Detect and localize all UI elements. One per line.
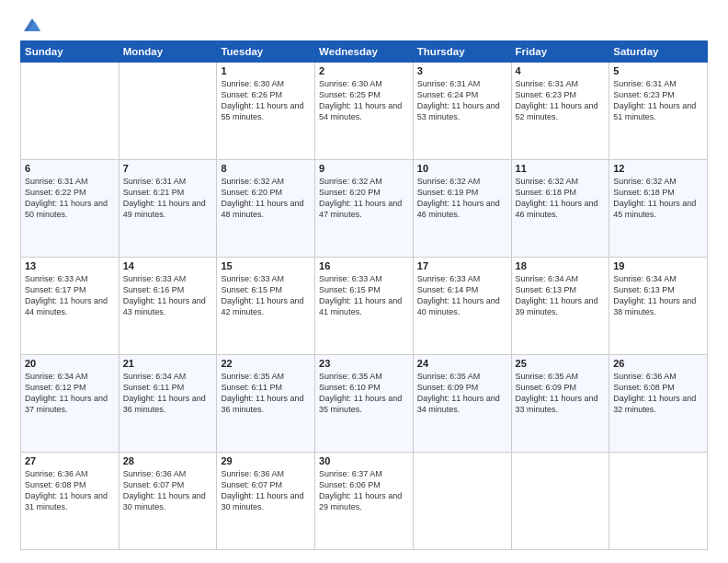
day-number: 4 xyxy=(516,65,606,76)
calendar-cell: 26Sunrise: 6:36 AMSunset: 6:08 PMDayligh… xyxy=(609,355,708,453)
calendar-cell: 11Sunrise: 6:32 AMSunset: 6:18 PMDayligh… xyxy=(511,160,609,258)
day-info: Sunrise: 6:31 AMSunset: 6:23 PMDaylight:… xyxy=(516,78,606,123)
calendar-day-header: Friday xyxy=(511,41,609,63)
day-info: Sunrise: 6:34 AMSunset: 6:12 PMDaylight:… xyxy=(25,371,115,416)
calendar-cell: 5Sunrise: 6:31 AMSunset: 6:23 PMDaylight… xyxy=(609,63,708,160)
day-number: 9 xyxy=(319,163,409,174)
calendar-cell: 3Sunrise: 6:31 AMSunset: 6:24 PMDaylight… xyxy=(413,63,511,160)
calendar-cell: 12Sunrise: 6:32 AMSunset: 6:18 PMDayligh… xyxy=(609,160,708,258)
day-info: Sunrise: 6:33 AMSunset: 6:14 PMDaylight:… xyxy=(417,273,507,318)
calendar-cell: 15Sunrise: 6:33 AMSunset: 6:15 PMDayligh… xyxy=(217,258,315,355)
calendar-cell: 24Sunrise: 6:35 AMSunset: 6:09 PMDayligh… xyxy=(413,355,511,453)
calendar-week-row: 20Sunrise: 6:34 AMSunset: 6:12 PMDayligh… xyxy=(21,355,708,453)
header xyxy=(20,17,708,33)
day-info: Sunrise: 6:33 AMSunset: 6:16 PMDaylight:… xyxy=(123,273,213,318)
day-number: 21 xyxy=(123,358,213,369)
day-number: 23 xyxy=(319,358,409,369)
calendar-cell: 17Sunrise: 6:33 AMSunset: 6:14 PMDayligh… xyxy=(413,258,511,355)
calendar-cell: 19Sunrise: 6:34 AMSunset: 6:13 PMDayligh… xyxy=(609,258,708,355)
calendar-cell: 29Sunrise: 6:36 AMSunset: 6:07 PMDayligh… xyxy=(217,453,315,550)
day-info: Sunrise: 6:35 AMSunset: 6:09 PMDaylight:… xyxy=(417,371,507,416)
day-number: 26 xyxy=(613,358,703,369)
calendar-cell: 23Sunrise: 6:35 AMSunset: 6:10 PMDayligh… xyxy=(315,355,414,453)
day-info: Sunrise: 6:32 AMSunset: 6:20 PMDaylight:… xyxy=(319,176,409,221)
day-number: 7 xyxy=(123,163,213,174)
calendar-week-row: 27Sunrise: 6:36 AMSunset: 6:08 PMDayligh… xyxy=(21,453,708,550)
calendar-cell: 16Sunrise: 6:33 AMSunset: 6:15 PMDayligh… xyxy=(315,258,414,355)
day-info: Sunrise: 6:32 AMSunset: 6:19 PMDaylight:… xyxy=(417,176,507,221)
calendar-cell: 30Sunrise: 6:37 AMSunset: 6:06 PMDayligh… xyxy=(315,453,414,550)
day-number: 28 xyxy=(123,455,213,466)
calendar-cell: 14Sunrise: 6:33 AMSunset: 6:16 PMDayligh… xyxy=(119,258,217,355)
day-number: 27 xyxy=(25,455,115,466)
day-number: 15 xyxy=(221,260,311,271)
calendar-cell: 18Sunrise: 6:34 AMSunset: 6:13 PMDayligh… xyxy=(511,258,609,355)
day-info: Sunrise: 6:30 AMSunset: 6:25 PMDaylight:… xyxy=(319,78,409,123)
day-info: Sunrise: 6:30 AMSunset: 6:26 PMDaylight:… xyxy=(221,78,311,123)
calendar-day-header: Thursday xyxy=(413,41,511,63)
day-number: 8 xyxy=(221,163,311,174)
calendar-cell xyxy=(413,453,511,550)
calendar-cell: 4Sunrise: 6:31 AMSunset: 6:23 PMDaylight… xyxy=(511,63,609,160)
day-number: 10 xyxy=(417,163,507,174)
day-number: 20 xyxy=(25,358,115,369)
day-info: Sunrise: 6:34 AMSunset: 6:13 PMDaylight:… xyxy=(516,273,606,318)
day-info: Sunrise: 6:31 AMSunset: 6:22 PMDaylight:… xyxy=(25,176,115,221)
day-info: Sunrise: 6:31 AMSunset: 6:24 PMDaylight:… xyxy=(417,78,507,123)
day-info: Sunrise: 6:36 AMSunset: 6:07 PMDaylight:… xyxy=(123,468,213,513)
day-info: Sunrise: 6:34 AMSunset: 6:11 PMDaylight:… xyxy=(123,371,213,416)
day-info: Sunrise: 6:36 AMSunset: 6:08 PMDaylight:… xyxy=(613,371,703,416)
day-number: 25 xyxy=(516,358,606,369)
calendar-cell: 28Sunrise: 6:36 AMSunset: 6:07 PMDayligh… xyxy=(119,453,217,550)
day-number: 13 xyxy=(25,260,115,271)
day-info: Sunrise: 6:33 AMSunset: 6:15 PMDaylight:… xyxy=(319,273,409,318)
calendar-cell xyxy=(609,453,708,550)
calendar-cell: 27Sunrise: 6:36 AMSunset: 6:08 PMDayligh… xyxy=(21,453,119,550)
calendar-header-row: SundayMondayTuesdayWednesdayThursdayFrid… xyxy=(21,41,708,63)
day-number: 30 xyxy=(319,455,409,466)
day-info: Sunrise: 6:33 AMSunset: 6:15 PMDaylight:… xyxy=(221,273,311,318)
calendar-cell: 10Sunrise: 6:32 AMSunset: 6:19 PMDayligh… xyxy=(413,160,511,258)
day-number: 18 xyxy=(516,260,606,271)
day-info: Sunrise: 6:34 AMSunset: 6:13 PMDaylight:… xyxy=(613,273,703,318)
day-info: Sunrise: 6:32 AMSunset: 6:20 PMDaylight:… xyxy=(221,176,311,221)
day-number: 17 xyxy=(417,260,507,271)
day-info: Sunrise: 6:32 AMSunset: 6:18 PMDaylight:… xyxy=(613,176,703,221)
calendar-day-header: Wednesday xyxy=(315,41,414,63)
calendar-week-row: 6Sunrise: 6:31 AMSunset: 6:22 PMDaylight… xyxy=(21,160,708,258)
calendar-day-header: Tuesday xyxy=(217,41,315,63)
day-number: 14 xyxy=(123,260,213,271)
day-number: 1 xyxy=(221,65,311,76)
calendar-cell: 22Sunrise: 6:35 AMSunset: 6:11 PMDayligh… xyxy=(217,355,315,453)
day-number: 16 xyxy=(319,260,409,271)
day-number: 22 xyxy=(221,358,311,369)
day-info: Sunrise: 6:31 AMSunset: 6:23 PMDaylight:… xyxy=(613,78,703,123)
logo-icon xyxy=(22,17,42,33)
calendar-cell: 6Sunrise: 6:31 AMSunset: 6:22 PMDaylight… xyxy=(21,160,119,258)
calendar-cell: 1Sunrise: 6:30 AMSunset: 6:26 PMDaylight… xyxy=(217,63,315,160)
day-info: Sunrise: 6:37 AMSunset: 6:06 PMDaylight:… xyxy=(319,468,409,513)
day-number: 11 xyxy=(516,163,606,174)
calendar-cell: 8Sunrise: 6:32 AMSunset: 6:20 PMDaylight… xyxy=(217,160,315,258)
calendar-cell: 2Sunrise: 6:30 AMSunset: 6:25 PMDaylight… xyxy=(315,63,414,160)
calendar-day-header: Saturday xyxy=(609,41,708,63)
day-info: Sunrise: 6:31 AMSunset: 6:21 PMDaylight:… xyxy=(123,176,213,221)
day-info: Sunrise: 6:36 AMSunset: 6:07 PMDaylight:… xyxy=(221,468,311,513)
calendar-cell: 9Sunrise: 6:32 AMSunset: 6:20 PMDaylight… xyxy=(315,160,414,258)
day-info: Sunrise: 6:35 AMSunset: 6:09 PMDaylight:… xyxy=(516,371,606,416)
calendar-cell xyxy=(119,63,217,160)
day-number: 12 xyxy=(613,163,703,174)
calendar-cell: 7Sunrise: 6:31 AMSunset: 6:21 PMDaylight… xyxy=(119,160,217,258)
day-number: 6 xyxy=(25,163,115,174)
calendar-cell: 20Sunrise: 6:34 AMSunset: 6:12 PMDayligh… xyxy=(21,355,119,453)
day-number: 5 xyxy=(613,65,703,76)
day-info: Sunrise: 6:33 AMSunset: 6:17 PMDaylight:… xyxy=(25,273,115,318)
day-info: Sunrise: 6:36 AMSunset: 6:08 PMDaylight:… xyxy=(25,468,115,513)
day-number: 29 xyxy=(221,455,311,466)
day-info: Sunrise: 6:32 AMSunset: 6:18 PMDaylight:… xyxy=(516,176,606,221)
calendar-cell xyxy=(511,453,609,550)
day-number: 2 xyxy=(319,65,409,76)
calendar-cell: 25Sunrise: 6:35 AMSunset: 6:09 PMDayligh… xyxy=(511,355,609,453)
day-number: 3 xyxy=(417,65,507,76)
calendar-table: SundayMondayTuesdayWednesdayThursdayFrid… xyxy=(20,40,708,550)
